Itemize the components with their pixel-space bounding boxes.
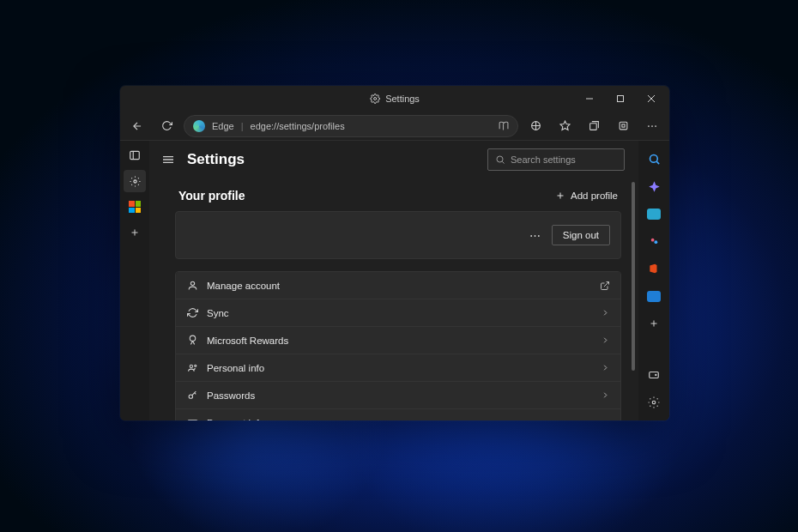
item-label: Sync bbox=[207, 308, 229, 318]
address-separator: | bbox=[241, 121, 244, 131]
settings-content: Your profile Add profile ⋯ Sign out Mana… bbox=[149, 178, 638, 420]
extensions-icon[interactable] bbox=[611, 114, 635, 138]
rail-performance[interactable] bbox=[641, 362, 667, 388]
svg-line-24 bbox=[502, 161, 504, 163]
svg-rect-9 bbox=[589, 124, 596, 130]
menu-button[interactable] bbox=[640, 114, 664, 138]
right-sidebar bbox=[638, 141, 669, 420]
search-placeholder: Search settings bbox=[511, 154, 576, 165]
plus-icon bbox=[555, 190, 565, 201]
profile-card: ⋯ Sign out bbox=[175, 211, 621, 259]
rail-people[interactable] bbox=[641, 228, 667, 254]
svg-point-14 bbox=[655, 125, 656, 127]
new-tab-button[interactable] bbox=[124, 221, 146, 244]
rail-shopping[interactable] bbox=[641, 201, 667, 227]
reading-mode-icon[interactable] bbox=[498, 120, 509, 131]
person-icon bbox=[186, 280, 198, 291]
back-button[interactable] bbox=[125, 114, 149, 138]
svg-point-27 bbox=[190, 281, 194, 285]
svg-point-17 bbox=[133, 179, 136, 182]
item-label: Manage account bbox=[207, 281, 280, 291]
refresh-button[interactable] bbox=[154, 114, 178, 138]
vtab-settings[interactable] bbox=[124, 170, 146, 192]
page-title: Settings bbox=[187, 151, 245, 168]
app-window: Settings Edge | edge://settings/profiles bbox=[120, 86, 669, 420]
address-bar[interactable]: Edge | edge://settings/profiles bbox=[184, 115, 518, 137]
item-label: Microsoft Rewards bbox=[207, 336, 288, 346]
collections-icon[interactable] bbox=[582, 114, 606, 138]
item-passwords[interactable]: Passwords bbox=[176, 382, 620, 409]
search-icon bbox=[495, 154, 505, 165]
item-label: Personal info bbox=[207, 363, 264, 373]
microsoft-icon bbox=[129, 201, 141, 213]
svg-rect-42 bbox=[650, 372, 659, 378]
item-payment[interactable]: Payment info bbox=[176, 409, 620, 420]
vtab-sidebar[interactable] bbox=[124, 144, 146, 166]
address-brand: Edge bbox=[212, 121, 234, 131]
add-profile-label: Add profile bbox=[571, 190, 618, 201]
search-input[interactable]: Search settings bbox=[487, 148, 625, 171]
gear-icon bbox=[370, 94, 380, 104]
item-label: Payment info bbox=[207, 418, 264, 420]
close-button[interactable] bbox=[637, 87, 666, 111]
shopping-icon bbox=[647, 209, 661, 220]
svg-point-38 bbox=[650, 238, 654, 241]
vtab-microsoft[interactable] bbox=[124, 196, 146, 218]
edge-logo-icon bbox=[193, 120, 205, 132]
rail-settings[interactable] bbox=[641, 390, 667, 415]
vertical-tab-strip bbox=[120, 141, 149, 420]
key-icon bbox=[186, 390, 198, 401]
rail-discover[interactable] bbox=[641, 173, 667, 199]
chevron-right-icon bbox=[601, 419, 610, 421]
window-title: Settings bbox=[385, 94, 420, 104]
svg-point-32 bbox=[189, 395, 192, 398]
address-url: edge://settings/profiles bbox=[251, 121, 345, 131]
sync-icon bbox=[186, 307, 198, 318]
personal-info-icon bbox=[186, 362, 198, 373]
rail-office[interactable] bbox=[641, 256, 667, 281]
svg-point-43 bbox=[656, 374, 656, 375]
svg-point-30 bbox=[190, 365, 192, 367]
chevron-right-icon bbox=[601, 308, 610, 317]
item-rewards[interactable]: Microsoft Rewards bbox=[176, 327, 620, 354]
outlook-icon bbox=[647, 291, 661, 302]
signout-button[interactable]: Sign out bbox=[552, 225, 610, 245]
svg-marker-8 bbox=[560, 121, 570, 130]
svg-rect-11 bbox=[621, 124, 624, 127]
browser-toolbar: Edge | edge://settings/profiles bbox=[120, 112, 669, 141]
settings-main: Settings Search settings Your profile Ad… bbox=[149, 141, 638, 420]
item-sync[interactable]: Sync bbox=[176, 299, 620, 327]
svg-rect-15 bbox=[130, 151, 140, 159]
svg-rect-2 bbox=[618, 96, 624, 102]
svg-point-35 bbox=[650, 154, 657, 162]
hamburger-button[interactable] bbox=[158, 149, 178, 170]
svg-point-13 bbox=[651, 125, 653, 127]
title-center: Settings bbox=[370, 94, 420, 104]
profile-options-list: Manage account Sync Microsoft Rewards bbox=[175, 271, 621, 420]
svg-marker-37 bbox=[649, 181, 660, 192]
svg-line-36 bbox=[656, 161, 659, 164]
svg-point-44 bbox=[652, 401, 656, 404]
minimize-button[interactable] bbox=[575, 87, 604, 111]
svg-point-39 bbox=[654, 240, 657, 244]
svg-point-12 bbox=[648, 125, 650, 127]
svg-point-0 bbox=[374, 98, 377, 100]
maximize-button[interactable] bbox=[606, 87, 635, 111]
favorites-icon[interactable] bbox=[553, 114, 577, 138]
profile-more-button[interactable]: ⋯ bbox=[529, 229, 541, 242]
tracking-icon[interactable] bbox=[523, 114, 547, 138]
svg-point-31 bbox=[194, 365, 196, 366]
svg-line-28 bbox=[604, 281, 609, 287]
rail-outlook[interactable] bbox=[641, 283, 667, 309]
svg-rect-33 bbox=[188, 420, 197, 420]
card-icon bbox=[186, 418, 198, 421]
chevron-right-icon bbox=[601, 363, 610, 372]
add-profile-button[interactable]: Add profile bbox=[555, 190, 618, 201]
svg-rect-10 bbox=[620, 122, 627, 130]
svg-point-23 bbox=[497, 156, 503, 162]
item-personal-info[interactable]: Personal info bbox=[176, 354, 620, 382]
rail-search[interactable] bbox=[641, 146, 667, 172]
rail-add[interactable] bbox=[641, 311, 667, 336]
item-manage-account[interactable]: Manage account bbox=[176, 272, 620, 299]
item-label: Passwords bbox=[207, 390, 255, 401]
